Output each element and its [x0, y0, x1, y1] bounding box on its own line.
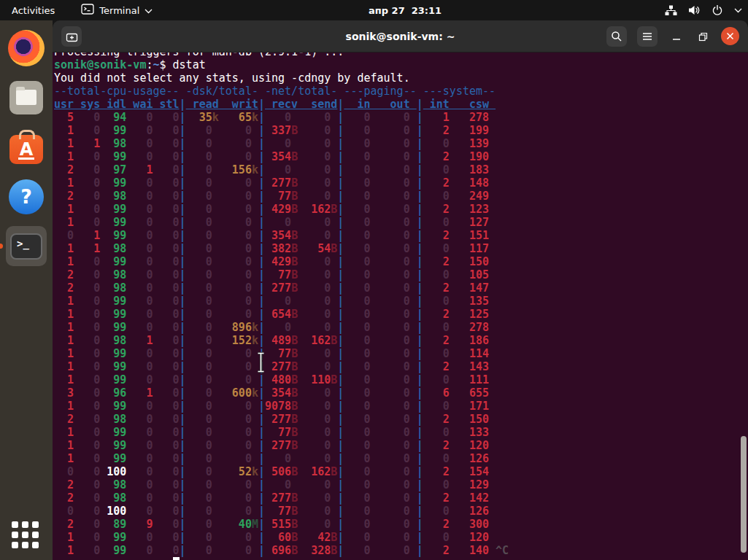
- top-bar: Activities Terminal апр 27 23:11: [0, 0, 748, 20]
- terminal-line: --total-cpu-usage-- -dsk/total- -net/tot…: [54, 85, 748, 98]
- terminal-line: 1 1 98 0 0| 0 0 | 0 0 | 0 0 | 0 139: [54, 137, 748, 150]
- terminal-line: 1 0 99 0 0| 0 0 |9078B 0 | 0 0 | 0 171: [54, 400, 748, 413]
- system-status-area[interactable]: [665, 0, 742, 20]
- terminal-output: Processing triggers for man-db (2.9.1-1)…: [53, 52, 748, 560]
- scrollbar-thumb[interactable]: [741, 436, 747, 553]
- terminal-content[interactable]: Processing triggers for man-db (2.9.1-1)…: [53, 52, 748, 560]
- terminal-line: 1 0 99 0 0| 0 896k| 0 0 | 0 0 | 0 278: [54, 321, 748, 334]
- app-menu-label: Terminal: [99, 5, 139, 16]
- menu-button[interactable]: [637, 26, 658, 47]
- terminal-line: 2 0 97 1 0| 0 156k| 0 0 | 0 0 | 0 183: [54, 163, 748, 176]
- show-applications-button[interactable]: [6, 516, 47, 556]
- mouse-cursor-ibeam: [255, 351, 266, 376]
- chevron-down-icon: [144, 5, 153, 16]
- terminal-line: 1 0 99 0 0| 0 0 | 480B 110B| 0 0 | 0 111: [54, 373, 748, 386]
- activities-button[interactable]: Activities: [0, 0, 66, 20]
- network-icon: [665, 5, 677, 16]
- terminal-line: 1 0 99 0 0| 0 0 | 654B 0 | 0 0 | 2 125: [54, 308, 748, 321]
- terminal-line: 2 0 98 0 0| 0 0 | 277B 0 | 0 0 | 2 147: [54, 281, 748, 295]
- terminal-line: 1 0 99 0 0| 0 0 | 277B 0 | 0 0 | 2 143: [54, 360, 748, 373]
- terminal-line: 2 0 98 0 0| 0 0 | 0 0 | 0 0 | 0 129: [54, 478, 748, 491]
- terminal-line: 1 1 98 0 0| 0 0 | 382B 54B| 0 0 | 0 117: [54, 242, 748, 255]
- clock[interactable]: апр 27 23:11: [369, 0, 442, 20]
- terminal-line: 0 0 100 0 0| 0 0 | 77B 0 | 0 0 | 0 126: [54, 505, 748, 518]
- terminal-line: 2 0 98 0 0| 0 0 | 77B 0 | 0 0 | 0 105: [54, 268, 748, 281]
- dock-item-terminal[interactable]: >_: [6, 226, 47, 266]
- terminal-line: 1 0 99 0 0| 0 0 | 0 0 | 0 0 | 0 135: [54, 295, 748, 308]
- terminal-line: 3 0 96 1 0| 0 600k| 354B 0 | 0 0 | 6 655: [54, 386, 748, 400]
- help-icon: ?: [9, 179, 44, 214]
- dock-item-files[interactable]: [6, 77, 47, 117]
- dock-item-firefox[interactable]: [6, 28, 47, 68]
- terminal-line: 2 0 98 0 0| 0 0 | 277B 0 | 0 0 | 2 142: [54, 491, 748, 505]
- terminal-line: usr sys idl wai stl| read writ| recv sen…: [54, 98, 748, 111]
- chevron-down-icon: [734, 8, 742, 13]
- search-button[interactable]: [606, 26, 627, 47]
- minimize-button[interactable]: [666, 26, 687, 47]
- power-icon: [712, 4, 723, 16]
- terminal-line: 1 0 99 0 0| 0 0 | 429B 0 | 0 0 | 2 150: [54, 255, 748, 268]
- terminal-icon: >_: [10, 233, 42, 260]
- dock: A ? >_: [0, 20, 53, 560]
- terminal-line: 0 0 100 0 0| 0 52k| 506B 162B| 0 0 | 2 1…: [54, 465, 748, 478]
- restore-button[interactable]: [693, 26, 713, 47]
- terminal-line: Processing triggers for man-db (2.9.1-1)…: [54, 52, 748, 58]
- firefox-icon: [8, 30, 45, 66]
- close-button[interactable]: [721, 27, 739, 45]
- dock-item-ubuntu-software[interactable]: A: [6, 127, 47, 167]
- terminal-line: 1 0 99 0 0| 0 0 | 696B 328B| 0 0 | 2 140…: [54, 544, 748, 557]
- terminal-line: 1 0 98 1 0| 0 152k| 489B 162B| 0 0 | 2 1…: [54, 334, 748, 347]
- terminal-line: 1 0 99 0 0| 0 0 | 77B 0 | 0 0 | 0 114: [54, 347, 748, 360]
- titlebar[interactable]: sonik@sonik-vm: ~: [53, 20, 748, 52]
- terminal-line: You did not select any stats, using -cdn…: [54, 71, 748, 85]
- show-applications-icon: [12, 521, 41, 551]
- dock-item-help[interactable]: ?: [6, 176, 47, 217]
- terminal-line: 1 0 99 0 0| 0 0 | 277B 0 | 0 0 | 2 148: [54, 176, 748, 190]
- terminal-line: 1 0 99 0 0| 0 0 | 277B 0 | 0 0 | 2 120: [54, 439, 748, 452]
- terminal-line: 1 0 99 0 0| 0 0 | 77B 0 | 0 0 | 0 133: [54, 426, 748, 439]
- terminal-line: 5 0 94 0 0| 35k 65k| 0 0 | 0 0 | 1 278: [54, 111, 748, 124]
- terminal-line: 0 1 99 0 0| 0 0 | 354B 0 | 0 0 | 2 151: [54, 229, 748, 242]
- terminal-line: [54, 557, 748, 560]
- terminal-line: 1 0 99 0 0| 0 0 | 60B 42B| 0 0 | 0 120: [54, 531, 748, 544]
- terminal-cursor: [173, 557, 180, 560]
- terminal-window: sonik@sonik-vm: ~: [53, 20, 748, 560]
- terminal-line: 2 0 89 9 0| 0 40M| 515B 0 | 0 0 | 2 300: [54, 518, 748, 531]
- terminal-line: 2 0 98 0 0| 0 0 | 77B 0 | 0 0 | 0 249: [54, 190, 748, 203]
- terminal-line: 1 0 99 0 0| 0 0 | 0 0 | 0 0 | 0 126: [54, 452, 748, 465]
- ubuntu-software-icon: A: [9, 135, 43, 164]
- volume-icon: [688, 5, 701, 15]
- terminal-line: 1 0 99 0 0| 0 0 | 0 0 | 0 0 | 0 127: [54, 216, 748, 229]
- files-icon: [9, 81, 43, 114]
- terminal-line: 1 0 99 0 0| 0 0 | 354B 0 | 0 0 | 2 190: [54, 150, 748, 163]
- terminal-line: 1 0 99 0 0| 0 0 | 429B 162B| 0 0 | 2 123: [54, 203, 748, 216]
- terminal-line: 1 0 99 0 0| 0 0 | 337B 0 | 0 0 | 2 199: [54, 124, 748, 137]
- terminal-line: 2 0 98 0 0| 0 0 | 277B 0 | 0 0 | 2 150: [54, 413, 748, 426]
- terminal-line: sonik@sonik-vm:~$ dstat: [54, 58, 748, 71]
- terminal-app-icon: [81, 4, 94, 17]
- app-menu-terminal[interactable]: Terminal: [78, 0, 155, 20]
- running-indicator-dot: [0, 244, 3, 249]
